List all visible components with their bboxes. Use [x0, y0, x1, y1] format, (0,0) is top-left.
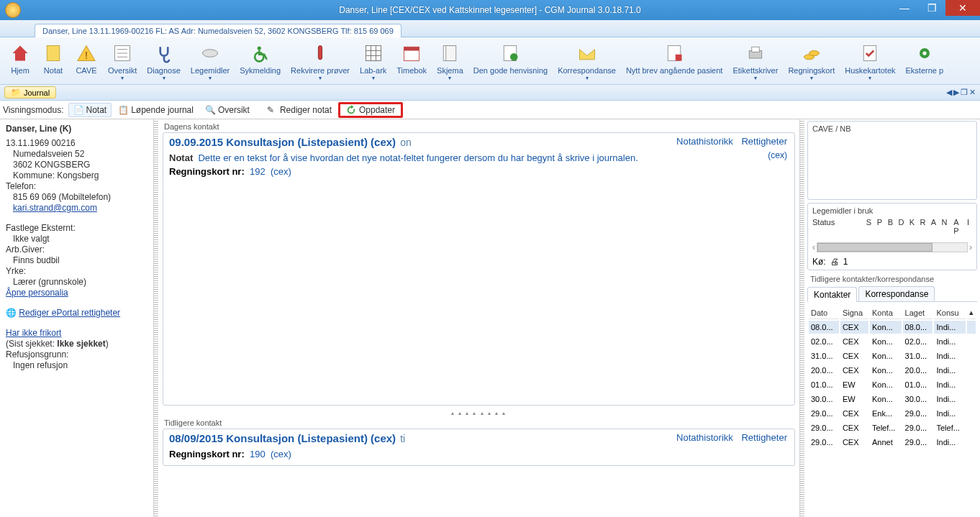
frikort-link[interactable]: Har ikke frikort	[6, 328, 61, 338]
ribbon-hjem[interactable]: Hjem	[4, 40, 36, 83]
nav-next[interactable]: ▶	[953, 88, 959, 97]
maximize-button[interactable]: ❐	[918, 0, 945, 16]
rediger-notat-button[interactable]: ✎Rediger notat	[262, 103, 337, 117]
tab-korrespondanse[interactable]: Korrespondanse	[858, 286, 935, 301]
today-notathistorikk-link[interactable]: Notathistorikk	[676, 136, 733, 147]
today-label: Dagens kontakt	[161, 121, 797, 132]
cave-panel: CAVE / NB	[807, 121, 977, 200]
grid-icon	[362, 42, 385, 65]
tube-icon	[309, 42, 332, 65]
main-area: Danser, Line (K) 13.11.1969 00216 Numeda…	[0, 119, 980, 517]
viewmode-notat[interactable]: 📄Notat	[68, 103, 112, 117]
today-rettigheter-link[interactable]: Rettigheter	[741, 136, 787, 147]
chevron-down-icon: ▾	[810, 75, 813, 81]
ribbon-korrespondanse[interactable]: Korrespondanse▾	[553, 40, 620, 83]
table-row[interactable]: 29.0...CEXTelef...29.0...Telef...	[809, 421, 976, 434]
ribbon-timebok[interactable]: Timebok	[392, 40, 431, 83]
ribbon-sykmelding[interactable]: Sykmelding	[235, 40, 285, 83]
edit-icon: ✎	[267, 105, 277, 115]
table-row[interactable]: 30.0...EWKon...30.0...Indi...	[809, 393, 976, 406]
prev-weekday: ti	[400, 433, 405, 444]
scroll-right-icon[interactable]: ›	[969, 242, 972, 252]
viewmode-lopende[interactable]: 📋Løpende journal	[113, 103, 199, 117]
tab-kontakter[interactable]: Kontakter	[807, 287, 857, 302]
svg-rect-22	[676, 55, 682, 61]
ribbon-legemidler[interactable]: Legemidler▾	[186, 40, 234, 83]
patient-name: Danser, Line (K)	[6, 124, 148, 134]
table-row[interactable]: 02.0...CEXKon...02.0...Indi...	[809, 335, 976, 348]
patient-addr1: Numedalsveien 52	[6, 149, 148, 159]
table-row[interactable]: 29.0...CEXEnk...29.0...Indi...	[809, 407, 976, 420]
refusjon-label: Refusjonsgrunn:	[6, 349, 148, 360]
patient-email-link[interactable]: kari.strand@cgm.com	[13, 203, 97, 213]
ribbon-huske[interactable]: Huskekartotek▾	[840, 40, 899, 83]
today-regningskort: Regningskort nr: 192 (cex)	[169, 166, 789, 177]
svg-point-6	[203, 50, 218, 58]
chevron-down-icon: ▾	[868, 75, 871, 81]
scroll-left-icon[interactable]: ‹	[812, 242, 815, 252]
pill-icon	[199, 42, 222, 65]
chevron-down-icon: ▾	[372, 75, 375, 81]
prev-contact-group: Tidligere kontakt 08/09/2015 Konsultasjo…	[161, 417, 797, 469]
ribbon-oversikt[interactable]: Oversikt▾	[104, 40, 141, 83]
med-scroll[interactable]: ‹ ›	[812, 242, 972, 252]
viewmode-label: Visningsmodus:	[3, 105, 64, 115]
scroll-up-icon[interactable]: ▴	[967, 306, 976, 319]
right-sidebar: CAVE / NB Legemidler i bruk Status SPBDK…	[804, 119, 980, 517]
today-contact-group: Dagens kontakt 09.09.2015 Konsultasjon (…	[161, 121, 797, 408]
center-splitter[interactable]: ▴ ▴ ▴ ▴ ▴ ▴ ▴ ▴	[158, 410, 799, 416]
wheelchair-icon	[249, 42, 272, 65]
open-personalia-link[interactable]: Åpne personalia	[6, 288, 68, 298]
close-button[interactable]: ✕	[945, 0, 980, 16]
ribbon-toolbar: Hjem Notat !CAVE Oversikt▾ Diagnose▾ Leg…	[0, 37, 980, 85]
contacts-table: Dato Signa Konta Laget Konsu ▴ 08.0...CE…	[807, 305, 977, 450]
sub-tab-strip: 📁 Journal ◀ ▶ ❐ ✕	[0, 85, 980, 101]
eportal-link[interactable]: Rediger ePortal rettigheter	[19, 308, 120, 318]
chevron-down-icon: ▾	[319, 75, 322, 81]
viewmode-oversikt[interactable]: 🔍Oversikt	[200, 103, 255, 117]
view-toolbar: Visningsmodus: 📄Notat 📋Løpende journal 🔍…	[0, 101, 980, 119]
history-title: Tidligere kontakter/korrespondanse	[810, 275, 977, 283]
nav-close[interactable]: ✕	[969, 88, 976, 97]
oppdater-button[interactable]: Oppdater	[338, 102, 403, 118]
ribbon-regningskort[interactable]: Regningskort▾	[784, 40, 839, 83]
fastlege-value: Ikke valgt	[6, 234, 148, 244]
minimize-button[interactable]: —	[891, 0, 918, 16]
ribbon-skjema[interactable]: Skjema▾	[432, 40, 468, 83]
patient-addr2: 3602 KONGSBERG	[6, 160, 148, 170]
svg-point-29	[922, 51, 926, 55]
chevron-down-icon: ▾	[121, 75, 124, 81]
table-row[interactable]: 01.0...EWKon...01.0...Indi...	[809, 378, 976, 391]
note-icon	[42, 42, 65, 65]
journal-panel: Dagens kontakt 09.09.2015 Konsultasjon (…	[158, 119, 800, 517]
table-row[interactable]: 31.0...CEXKon...31.0...Indi...	[809, 349, 976, 362]
history-panel: Tidligere kontakter/korrespondanse Konta…	[807, 273, 977, 450]
prev-rettigheter-link[interactable]: Rettigheter	[741, 432, 787, 443]
ribbon-eksterne[interactable]: Eksterne p	[902, 40, 948, 83]
arbgiver-value: Finns budbil	[6, 255, 148, 265]
nav-prev[interactable]: ◀	[946, 88, 952, 97]
nav-window[interactable]: ❐	[961, 88, 968, 97]
ribbon-diagnose[interactable]: Diagnose▾	[142, 40, 184, 83]
patient-tab[interactable]: Danser, Line 13.11.1969-00216 FL: AS Adr…	[35, 24, 401, 37]
prev-notathistorikk-link[interactable]: Notathistorikk	[676, 432, 733, 443]
app-orb[interactable]	[0, 0, 26, 20]
ribbon-etikett[interactable]: Etikettskriver▾	[728, 40, 782, 83]
svg-point-8	[257, 46, 260, 50]
ribbon-labark[interactable]: Lab-ark▾	[355, 40, 391, 83]
ribbon-nyttbrev[interactable]: Nytt brev angående pasient	[622, 40, 727, 83]
ribbon-rekvirere[interactable]: Rekvirere prøver▾	[286, 40, 354, 83]
folder-icon: 📁	[11, 88, 21, 97]
legemidler-title: Legemidler i bruk	[812, 206, 972, 215]
ribbon-cave[interactable]: !CAVE	[71, 40, 102, 83]
ribbon-notat[interactable]: Notat	[37, 40, 69, 83]
refusjon-value: Ingen refusjon	[6, 360, 148, 370]
journal-tab[interactable]: 📁 Journal	[4, 86, 56, 99]
table-row[interactable]: 29.0...CEXAnnet29.0...Indi...	[809, 436, 976, 449]
ribbon-henvisning[interactable]: Den gode henvisning	[469, 40, 552, 83]
note-icon: 📄	[73, 105, 83, 115]
stethoscope-icon	[153, 42, 176, 65]
table-row[interactable]: 08.0...CEXKon...08.0...Indi...	[809, 321, 976, 334]
table-row[interactable]: 20.0...CEXKon...20.0...Indi...	[809, 364, 976, 377]
printer-icon[interactable]: 🖨	[830, 257, 839, 267]
